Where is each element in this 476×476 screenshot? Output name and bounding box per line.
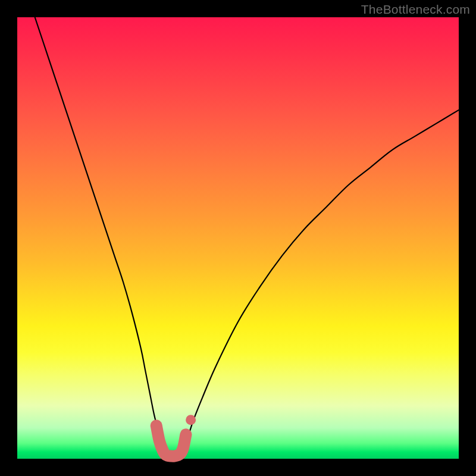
bottleneck-curve [35, 17, 459, 457]
plot-area [17, 17, 459, 459]
chart-frame: TheBottleneck.com [0, 0, 476, 476]
watermark-text: TheBottleneck.com [361, 2, 470, 17]
optimal-end-dot [186, 415, 196, 425]
optimal-band [156, 425, 186, 456]
chart-svg [17, 17, 459, 459]
